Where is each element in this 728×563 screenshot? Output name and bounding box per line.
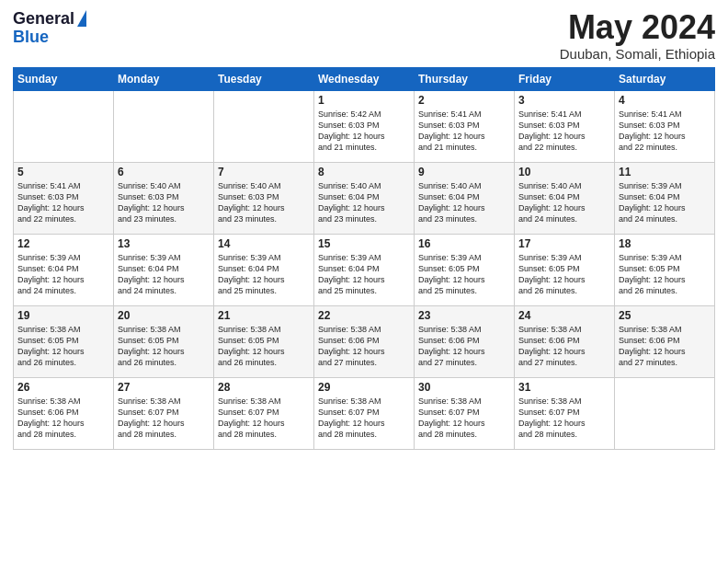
- calendar-cell-5-3: 28Sunrise: 5:38 AM Sunset: 6:07 PM Dayli…: [214, 377, 314, 449]
- header-thursday: Thursday: [415, 67, 515, 90]
- calendar-cell-2-6: 10Sunrise: 5:40 AM Sunset: 6:04 PM Dayli…: [515, 162, 615, 234]
- day-info: Sunrise: 5:40 AM Sunset: 6:03 PM Dayligh…: [118, 180, 210, 225]
- header-sunday: Sunday: [14, 67, 114, 90]
- day-number: 10: [518, 166, 610, 178]
- calendar-cell-1-4: 1Sunrise: 5:42 AM Sunset: 6:03 PM Daylig…: [314, 90, 415, 162]
- day-number: 2: [418, 94, 510, 107]
- calendar-cell-3-1: 12Sunrise: 5:39 AM Sunset: 6:04 PM Dayli…: [14, 234, 114, 305]
- day-info: Sunrise: 5:38 AM Sunset: 6:06 PM Dayligh…: [17, 396, 109, 441]
- day-info: Sunrise: 5:38 AM Sunset: 6:07 PM Dayligh…: [418, 396, 510, 441]
- calendar-cell-4-5: 23Sunrise: 5:38 AM Sunset: 6:06 PM Dayli…: [415, 305, 515, 377]
- day-info: Sunrise: 5:39 AM Sunset: 6:05 PM Dayligh…: [619, 252, 711, 297]
- calendar-cell-3-6: 17Sunrise: 5:39 AM Sunset: 6:05 PM Dayli…: [515, 234, 615, 305]
- day-number: 23: [418, 309, 510, 322]
- day-info: Sunrise: 5:38 AM Sunset: 6:07 PM Dayligh…: [118, 396, 210, 441]
- day-number: 11: [619, 166, 711, 178]
- calendar-cell-1-1: [14, 90, 114, 162]
- header-tuesday: Tuesday: [214, 67, 314, 90]
- calendar-cell-2-4: 8Sunrise: 5:40 AM Sunset: 6:04 PM Daylig…: [314, 162, 415, 234]
- day-number: 9: [418, 166, 510, 178]
- day-number: 7: [218, 166, 310, 178]
- header-saturday: Saturday: [615, 67, 715, 90]
- calendar-cell-5-4: 29Sunrise: 5:38 AM Sunset: 6:07 PM Dayli…: [314, 377, 415, 449]
- calendar-cell-5-1: 26Sunrise: 5:38 AM Sunset: 6:06 PM Dayli…: [14, 377, 114, 449]
- day-info: Sunrise: 5:39 AM Sunset: 6:05 PM Dayligh…: [518, 252, 610, 297]
- day-info: Sunrise: 5:38 AM Sunset: 6:06 PM Dayligh…: [318, 324, 410, 369]
- calendar-cell-4-6: 24Sunrise: 5:38 AM Sunset: 6:06 PM Dayli…: [515, 305, 615, 377]
- day-number: 14: [218, 237, 310, 250]
- day-number: 27: [118, 381, 210, 394]
- day-number: 28: [218, 381, 310, 394]
- header-monday: Monday: [114, 67, 214, 90]
- calendar-cell-4-7: 25Sunrise: 5:38 AM Sunset: 6:06 PM Dayli…: [615, 305, 715, 377]
- day-info: Sunrise: 5:38 AM Sunset: 6:05 PM Dayligh…: [218, 324, 310, 369]
- header-wednesday: Wednesday: [314, 67, 415, 90]
- logo-general: General: [13, 9, 74, 29]
- day-info: Sunrise: 5:38 AM Sunset: 6:05 PM Dayligh…: [17, 324, 109, 369]
- day-number: 19: [17, 309, 109, 322]
- day-number: 1: [318, 94, 410, 107]
- day-number: 22: [318, 309, 410, 322]
- day-info: Sunrise: 5:39 AM Sunset: 6:04 PM Dayligh…: [218, 252, 310, 297]
- calendar-cell-2-5: 9Sunrise: 5:40 AM Sunset: 6:04 PM Daylig…: [415, 162, 515, 234]
- calendar-cell-3-4: 15Sunrise: 5:39 AM Sunset: 6:04 PM Dayli…: [314, 234, 415, 305]
- day-number: 5: [17, 166, 109, 178]
- logo: General Blue: [13, 9, 86, 45]
- calendar-cell-5-7: [615, 377, 715, 449]
- logo-blue: Blue: [13, 29, 49, 45]
- calendar-table: Sunday Monday Tuesday Wednesday Thursday…: [13, 67, 715, 450]
- day-number: 3: [518, 94, 610, 107]
- day-info: Sunrise: 5:38 AM Sunset: 6:05 PM Dayligh…: [118, 324, 210, 369]
- day-info: Sunrise: 5:42 AM Sunset: 6:03 PM Dayligh…: [318, 109, 410, 154]
- day-info: Sunrise: 5:41 AM Sunset: 6:03 PM Dayligh…: [619, 109, 711, 154]
- day-number: 18: [619, 237, 711, 250]
- day-info: Sunrise: 5:38 AM Sunset: 6:06 PM Dayligh…: [418, 324, 510, 369]
- calendar-cell-1-3: [214, 90, 314, 162]
- week-row-5: 26Sunrise: 5:38 AM Sunset: 6:06 PM Dayli…: [14, 377, 715, 449]
- day-info: Sunrise: 5:39 AM Sunset: 6:04 PM Dayligh…: [619, 180, 711, 225]
- calendar-cell-1-2: [114, 90, 214, 162]
- day-number: 16: [418, 237, 510, 250]
- day-number: 20: [118, 309, 210, 322]
- calendar-cell-5-6: 31Sunrise: 5:38 AM Sunset: 6:07 PM Dayli…: [515, 377, 615, 449]
- week-row-4: 19Sunrise: 5:38 AM Sunset: 6:05 PM Dayli…: [14, 305, 715, 377]
- location-title: Duuban, Somali, Ethiopia: [560, 46, 715, 62]
- calendar-cell-5-2: 27Sunrise: 5:38 AM Sunset: 6:07 PM Dayli…: [114, 377, 214, 449]
- calendar-cell-3-3: 14Sunrise: 5:39 AM Sunset: 6:04 PM Dayli…: [214, 234, 314, 305]
- day-number: 29: [318, 381, 410, 394]
- calendar-cell-4-2: 20Sunrise: 5:38 AM Sunset: 6:05 PM Dayli…: [114, 305, 214, 377]
- week-row-1: 1Sunrise: 5:42 AM Sunset: 6:03 PM Daylig…: [14, 90, 715, 162]
- day-number: 8: [318, 166, 410, 178]
- day-info: Sunrise: 5:39 AM Sunset: 6:04 PM Dayligh…: [17, 252, 109, 297]
- day-info: Sunrise: 5:40 AM Sunset: 6:03 PM Dayligh…: [218, 180, 310, 225]
- calendar-cell-4-4: 22Sunrise: 5:38 AM Sunset: 6:06 PM Dayli…: [314, 305, 415, 377]
- day-info: Sunrise: 5:41 AM Sunset: 6:03 PM Dayligh…: [518, 109, 610, 154]
- calendar-cell-5-5: 30Sunrise: 5:38 AM Sunset: 6:07 PM Dayli…: [415, 377, 515, 449]
- calendar-cell-4-3: 21Sunrise: 5:38 AM Sunset: 6:05 PM Dayli…: [214, 305, 314, 377]
- day-info: Sunrise: 5:40 AM Sunset: 6:04 PM Dayligh…: [318, 180, 410, 225]
- title-block: May 2024 Duuban, Somali, Ethiopia: [560, 9, 715, 62]
- day-number: 26: [17, 381, 109, 394]
- calendar-cell-1-7: 4Sunrise: 5:41 AM Sunset: 6:03 PM Daylig…: [615, 90, 715, 162]
- day-info: Sunrise: 5:38 AM Sunset: 6:06 PM Dayligh…: [619, 324, 711, 369]
- day-number: 30: [418, 381, 510, 394]
- day-number: 6: [118, 166, 210, 178]
- day-number: 15: [318, 237, 410, 250]
- day-number: 17: [518, 237, 610, 250]
- day-number: 4: [619, 94, 711, 107]
- header-friday: Friday: [515, 67, 615, 90]
- calendar-cell-2-2: 6Sunrise: 5:40 AM Sunset: 6:03 PM Daylig…: [114, 162, 214, 234]
- month-title: May 2024: [560, 9, 715, 46]
- week-row-2: 5Sunrise: 5:41 AM Sunset: 6:03 PM Daylig…: [14, 162, 715, 234]
- calendar-cell-1-5: 2Sunrise: 5:41 AM Sunset: 6:03 PM Daylig…: [415, 90, 515, 162]
- day-number: 13: [118, 237, 210, 250]
- calendar-cell-1-6: 3Sunrise: 5:41 AM Sunset: 6:03 PM Daylig…: [515, 90, 615, 162]
- day-info: Sunrise: 5:39 AM Sunset: 6:04 PM Dayligh…: [118, 252, 210, 297]
- page: General Blue May 2024 Duuban, Somali, Et…: [0, 0, 728, 459]
- day-info: Sunrise: 5:39 AM Sunset: 6:05 PM Dayligh…: [418, 252, 510, 297]
- calendar-cell-4-1: 19Sunrise: 5:38 AM Sunset: 6:05 PM Dayli…: [14, 305, 114, 377]
- day-number: 25: [619, 309, 711, 322]
- day-info: Sunrise: 5:41 AM Sunset: 6:03 PM Dayligh…: [17, 180, 109, 225]
- calendar-cell-2-3: 7Sunrise: 5:40 AM Sunset: 6:03 PM Daylig…: [214, 162, 314, 234]
- day-info: Sunrise: 5:41 AM Sunset: 6:03 PM Dayligh…: [418, 109, 510, 154]
